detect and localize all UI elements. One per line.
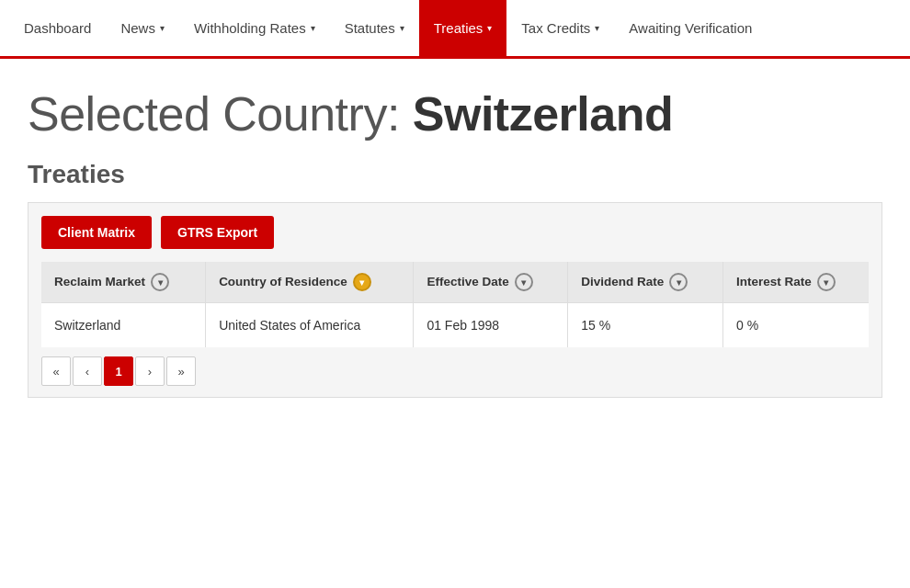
caret-icon-treaties: ▾ xyxy=(487,23,492,33)
nav-item-tax-credits[interactable]: Tax Credits ▾ xyxy=(506,0,614,56)
nav-item-statutes[interactable]: Statutes ▾ xyxy=(330,0,419,56)
nav-item-awaiting-verification[interactable]: Awaiting Verification xyxy=(614,0,767,56)
toolbar: Client Matrix GTRS Export xyxy=(41,216,869,249)
page-title-country: Switzerland xyxy=(413,87,673,141)
nav-item-withholding-rates[interactable]: Withholding Rates ▾ xyxy=(179,0,330,56)
caret-icon-tax-credits: ▾ xyxy=(595,23,599,33)
cell-effective-date: 01 Feb 1998 xyxy=(414,303,568,348)
col-header-effective-date: Effective Date▾ xyxy=(414,262,568,303)
nav-item-news[interactable]: News ▾ xyxy=(106,0,179,56)
sort-icon-interest-rate[interactable]: ▾ xyxy=(817,273,836,291)
cell-country-of-residence: United States of America xyxy=(206,303,414,348)
cell-interest-rate: 0 % xyxy=(722,303,869,348)
treaties-table-container: Client Matrix GTRS Export Reclaim Market… xyxy=(28,202,882,398)
client-matrix-button[interactable]: Client Matrix xyxy=(41,216,152,249)
col-header-country-of-residence: Country of Residence▾ xyxy=(206,262,414,303)
main-nav: DashboardNews ▾Withholding Rates ▾Statut… xyxy=(0,0,910,59)
nav-item-treaties[interactable]: Treaties ▾ xyxy=(419,0,507,56)
caret-icon-news: ▾ xyxy=(160,23,165,33)
sort-icon-reclaim-market[interactable]: ▾ xyxy=(151,273,169,291)
sort-icon-dividend-rate[interactable]: ▾ xyxy=(669,273,688,291)
treaties-table: Reclaim Market▾Country of Residence▾Effe… xyxy=(41,262,869,347)
section-title: Treaties xyxy=(28,160,882,189)
nav-item-dashboard[interactable]: Dashboard xyxy=(9,0,106,56)
col-header-dividend-rate: Dividend Rate▾ xyxy=(568,262,723,303)
table-header-row: Reclaim Market▾Country of Residence▾Effe… xyxy=(41,262,869,303)
cell-dividend-rate: 15 % xyxy=(568,303,723,348)
sort-icon-effective-date[interactable]: ▾ xyxy=(515,273,533,291)
first-page-button[interactable]: « xyxy=(41,356,71,386)
prev-page-button[interactable]: ‹ xyxy=(73,356,102,386)
page-title: Selected Country: Switzerland xyxy=(28,86,882,141)
table-body: SwitzerlandUnited States of America01 Fe… xyxy=(41,303,869,348)
gtrs-export-button[interactable]: GTRS Export xyxy=(161,216,274,249)
sort-icon-country-of-residence[interactable]: ▾ xyxy=(353,273,371,291)
caret-icon-statutes: ▾ xyxy=(400,23,404,33)
caret-icon-withholding-rates: ▾ xyxy=(311,23,315,33)
page-title-prefix: Selected Country: xyxy=(28,87,413,141)
col-header-interest-rate: Interest Rate▾ xyxy=(722,262,869,303)
table-row: SwitzerlandUnited States of America01 Fe… xyxy=(41,303,869,348)
pagination: «‹1›» xyxy=(41,347,869,397)
next-page-button[interactable]: › xyxy=(135,356,165,386)
cell-reclaim-market: Switzerland xyxy=(41,303,206,348)
last-page-button[interactable]: » xyxy=(166,356,196,386)
current-page-button[interactable]: 1 xyxy=(104,356,133,386)
col-header-reclaim-market: Reclaim Market▾ xyxy=(41,262,206,303)
